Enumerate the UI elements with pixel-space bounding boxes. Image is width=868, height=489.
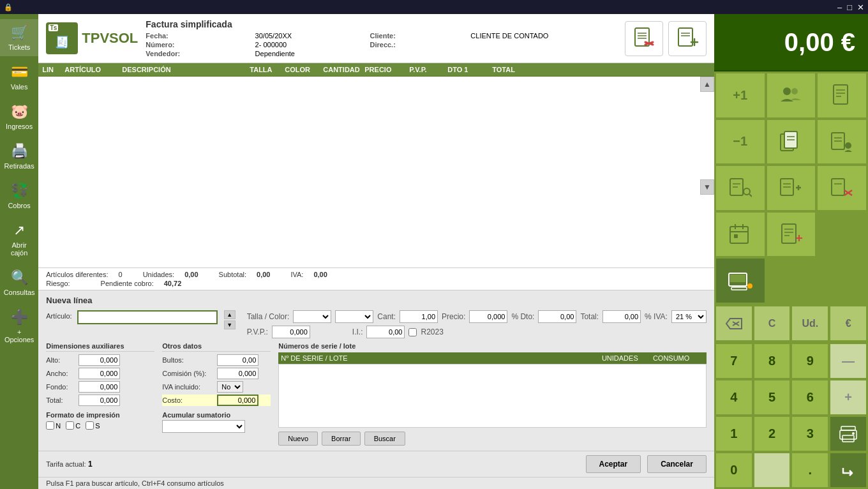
svg-point-24 [845,142,851,149]
clients-button[interactable] [767,73,816,118]
invoice2-button[interactable] [767,212,816,257]
iva-select[interactable]: 21 % [671,310,707,323]
col-dto1: DTO 1 [445,66,490,73]
sidebar-item-cobros[interactable]: 💱 Cobros [0,177,38,214]
new-ticket-button[interactable] [668,21,707,56]
backspace-button[interactable] [715,306,752,341]
aceptar-button[interactable]: Aceptar [586,455,641,473]
num2-button[interactable]: 2 [754,416,791,451]
borrar-button[interactable]: Borrar [322,432,361,446]
iva-value: 0,00 [313,271,327,278]
num7-button[interactable]: 7 [715,343,752,379]
calendar-button[interactable] [715,212,765,257]
copy-invoice-button[interactable] [767,119,816,165]
formato-n-checkbox[interactable] [46,421,54,430]
consultas-icon: 🔍 [11,269,28,286]
print-button[interactable] [830,416,867,451]
talla-select[interactable] [293,310,331,323]
fecha-label: Fecha: [146,32,248,40]
buscar-button[interactable]: Buscar [364,432,405,446]
scroll-up-button[interactable]: ▲ [700,77,714,92]
precio-label: Precio: [442,312,465,321]
pct-dto-input[interactable] [538,310,576,323]
decimal-button[interactable]: . [791,453,828,488]
dim-total-input[interactable] [79,395,120,406]
articulo-scroll-down[interactable]: ▼ [224,320,236,329]
scroll-down-button[interactable]: ▼ [700,179,714,195]
dash-label: — [842,354,855,368]
pvp-input[interactable] [272,326,310,338]
num6-button[interactable]: 6 [791,380,828,415]
sidebar-item-opciones[interactable]: ➕ + Opciones [0,304,38,349]
cant-input[interactable] [400,310,438,323]
costo-input[interactable] [217,395,258,406]
center-area: Ts 🧾 TPVSOL Factura simplificada Fecha: … [38,14,714,489]
dash-button[interactable]: — [830,343,867,379]
invoice-info: Factura simplificada Fecha: 30/05/20XX C… [146,19,617,57]
num9-label: 9 [807,354,814,368]
formato-s-checkbox[interactable] [86,421,94,430]
cancel-receipt-button[interactable] [817,165,867,211]
sidebar-item-abrir-cajon[interactable]: ↗ Abrir cajón [0,217,38,262]
close-button[interactable]: ✕ [857,3,864,12]
series-col-unidades: UNIDADES [602,354,653,362]
num9-button[interactable]: 9 [791,343,828,379]
formato-c-checkbox[interactable] [66,421,74,430]
search-receipt-button[interactable] [715,165,765,211]
sidebar-item-retiradas[interactable]: 🖨️ Retiradas [0,138,38,175]
acumular-select[interactable] [162,420,245,433]
num5-button[interactable]: 5 [754,380,791,415]
euro-button[interactable]: € [830,306,867,341]
pct-iva-label: % IVA: [645,312,668,321]
client-receipt-button[interactable] [817,119,867,165]
precio-input[interactable] [469,310,507,323]
nuevo-button[interactable]: Nuevo [278,432,318,446]
col-precio: PRECIO [362,66,407,73]
enter-icon [839,463,857,478]
anular-ticket-button[interactable] [625,21,663,56]
color-select[interactable] [335,310,373,323]
num3-button[interactable]: 3 [791,416,828,451]
ancho-input[interactable] [79,368,120,379]
num0-button[interactable]: 0 [715,453,752,488]
add-line-button[interactable] [767,165,816,211]
formato-s[interactable]: S [86,421,100,430]
fecha-value: 30/05/20XX [255,32,364,40]
articulo-input[interactable] [77,310,218,324]
receipts-button[interactable] [817,73,867,118]
enter-button[interactable] [830,453,867,488]
total-input[interactable] [602,310,641,323]
num1-button[interactable]: 1 [715,416,752,451]
r2023-checkbox[interactable] [408,328,417,336]
alto-input[interactable] [79,354,120,366]
minimize-button[interactable]: – [837,3,842,12]
iva-incluido-select[interactable]: NoSí [217,381,243,393]
minus1-button[interactable]: −1 [715,119,765,165]
series-table-header: Nº DE SERIE / LOTE UNIDADES CONSUMO [278,352,707,364]
maximize-button[interactable]: □ [847,3,852,12]
cancelar-button[interactable]: Cancelar [647,455,707,473]
formato-c[interactable]: C [66,421,80,430]
bultos-row: Bultos: [162,354,271,366]
tarifa-label: Tarifa actual: [46,460,86,468]
ii-input[interactable] [366,326,405,338]
plus-button[interactable]: + [830,380,867,415]
sidebar-item-tickets[interactable]: 🛒 Tickets [0,19,38,56]
bultos-input[interactable] [217,354,258,366]
sidebar-item-ingresos[interactable]: 🐷 Ingresos [0,98,38,135]
sidebar-item-vales[interactable]: 💳 Vales [0,59,38,96]
comision-input[interactable] [217,368,258,379]
clear-button[interactable]: C [754,306,791,341]
sidebar-item-consultas[interactable]: 🔍 Consultas [0,264,38,301]
opciones-icon: ➕ [11,309,28,326]
units-button[interactable]: Ud. [791,306,828,341]
fondo-input[interactable] [79,381,120,393]
pos-mode-button[interactable] [715,258,765,303]
formato-n[interactable]: N [46,421,61,430]
num4-button[interactable]: 4 [715,380,752,415]
articulo-scroll-up[interactable]: ▲ [224,310,236,319]
num8-button[interactable]: 8 [754,343,791,379]
col-pvp: P.V.P. [407,66,445,73]
plus1-button[interactable]: +1 [715,73,765,118]
abrir-cajon-icon: ↗ [13,222,25,239]
